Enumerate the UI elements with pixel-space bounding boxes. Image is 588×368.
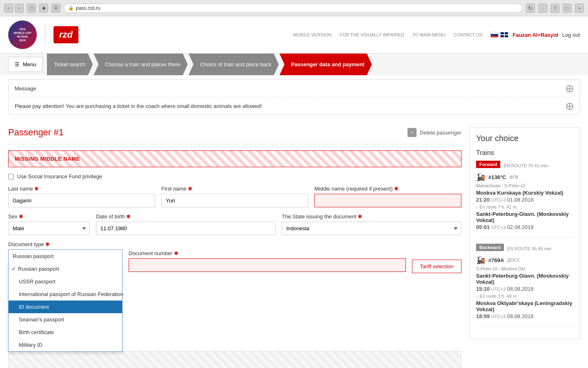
forward-train-class: ФПК xyxy=(510,175,519,180)
doc-type-label: Document type ✱ xyxy=(8,241,50,247)
message-close-2[interactable]: ⨁ xyxy=(566,101,573,110)
insurance-checkbox[interactable] xyxy=(8,174,14,180)
window-button[interactable]: □ xyxy=(563,4,572,13)
main-content: Passenger #1 − Delete passenger MISSING … xyxy=(0,119,588,368)
nav-buttons: ‹ › xyxy=(4,4,24,13)
url-text: pass.rzd.ru xyxy=(76,5,100,11)
message-label-1: Message xyxy=(15,85,36,92)
logo-divider xyxy=(45,25,45,45)
nav-contact[interactable]: CONTACT US xyxy=(454,32,483,37)
nav-visually[interactable]: FOR THE VISUALLY IMPAIRED xyxy=(340,32,404,37)
step-ticket-search[interactable]: Ticket search xyxy=(47,54,93,75)
download-button[interactable]: ↓ xyxy=(538,4,547,13)
header-right: Fauzan Al+Rasyid Log out xyxy=(490,32,580,38)
forward-from-station: Moskva Kurskaya (Kurskiy Vokzal) xyxy=(476,190,573,196)
menu-button[interactable]: ☰ Menu xyxy=(8,57,43,72)
middle-name-input[interactable] xyxy=(314,194,461,207)
message-close-1[interactable]: ⨁ xyxy=(566,84,573,93)
doc-type-required: ✱ xyxy=(45,241,50,247)
first-name-required: ✱ xyxy=(188,186,192,192)
backward-train-class: ДОСС xyxy=(507,258,520,263)
backward-en-route-detail: ↓ En route 3 h. 49 m. xyxy=(476,294,573,298)
trains-title: Trains xyxy=(476,149,573,157)
doc-option-ussr-passport[interactable]: USSR passport xyxy=(9,275,122,288)
backward-arrival: 18:59 UTC+3 08.08.2018 xyxy=(476,313,573,319)
user-name[interactable]: Fauzan Al+Rasyid xyxy=(512,32,558,38)
doc-option-international-passport[interactable]: International passport of Russian Federa… xyxy=(9,288,122,301)
doc-type-group: Document type ✱ Russian passport Russian… xyxy=(8,241,122,273)
sidebar: Your choice Trains Forward EN ROUTE 7h 4… xyxy=(470,127,580,368)
train-card-forward: Forward EN ROUTE 7h 41 min 🚂 #136°C ФПК … xyxy=(476,161,573,238)
step-passenger-data[interactable]: Passenger data and payment xyxy=(280,54,372,75)
doc-option-military-id[interactable]: Military ID xyxy=(9,339,122,351)
forward-arrival: 05:01 UTC+3 02.08.2018 xyxy=(476,224,573,230)
menu-label: Menu xyxy=(23,61,36,67)
back-button[interactable]: ‹ xyxy=(4,4,13,13)
insurance-label: Use Social Insurance Fund privilege xyxy=(17,173,102,180)
reader-button[interactable]: ☰ xyxy=(51,4,60,13)
step-choice-back[interactable]: Choice of train and place back xyxy=(189,54,279,75)
nav-main-menu[interactable]: TO MAIN MENU xyxy=(412,32,445,37)
doc-option-russian-passport[interactable]: Russian passport xyxy=(9,263,122,275)
doc-option-id-document[interactable]: ID document xyxy=(9,301,122,313)
header-nav: MOBILE VERSION FOR THE VISUALLY IMPAIRED… xyxy=(293,32,483,37)
add-tab-button[interactable]: + xyxy=(575,4,584,13)
doc-number-input[interactable] xyxy=(129,258,406,272)
first-name-group: First name ✱ xyxy=(161,186,308,207)
nav-mobile[interactable]: MOBILE VERSION xyxy=(293,32,332,37)
messages-area: Message ⨁ Please pay attention! You are … xyxy=(8,79,580,115)
sex-required: ✱ xyxy=(19,213,23,220)
backward-en-route: EN ROUTE 3h 49 min xyxy=(507,246,551,251)
breadcrumb-nav: ☰ Menu Ticket search Choose a train and … xyxy=(0,54,588,75)
backward-route-label: S-Peter-Gl - Moskva Okt xyxy=(476,266,573,271)
dob-group: Date of birth ✱ xyxy=(96,213,276,235)
address-bar[interactable]: 🔒 pass.rzd.ru xyxy=(64,4,523,13)
doc-type-dropdown[interactable]: Russian passport Russian passport USSR p… xyxy=(8,249,122,263)
doc-option-birth-certificate[interactable]: Birth certificate xyxy=(9,326,122,339)
last-name-input[interactable] xyxy=(8,194,155,207)
doc-number-label: Document number ✱ xyxy=(129,250,406,256)
doc-number-required: ✱ xyxy=(174,250,178,256)
forward-button[interactable]: › xyxy=(15,4,24,13)
reload-button[interactable]: ↻ xyxy=(526,4,535,13)
state-select[interactable]: Indonesia Russia xyxy=(282,222,461,235)
train-icon-forward: 🚂 xyxy=(476,173,485,182)
doc-option-seamans-passport[interactable]: Seaman's passport xyxy=(9,313,122,326)
sex-select[interactable]: Male Female xyxy=(8,222,90,235)
tariff-btn-wrapper: Tariff selection xyxy=(412,260,461,273)
delete-label: Delete passenger xyxy=(420,130,461,136)
backward-departure: 15:10 UTC+3 08.08.2018 xyxy=(476,286,573,292)
doc-type-value: Russian passport xyxy=(13,253,53,259)
your-choice-title: Your choice xyxy=(476,134,573,143)
message-row-1: Message ⨁ xyxy=(9,80,579,97)
forward-en-route-detail: ↓ En route 7 h. 41 m. xyxy=(476,204,573,209)
dob-input[interactable] xyxy=(96,222,276,235)
first-name-input[interactable] xyxy=(161,194,308,207)
passenger-title: Passenger #1 xyxy=(8,127,64,138)
doc-type-list: Russian passport USSR passport Internati… xyxy=(8,263,122,352)
forward-departure: 21:20 UTC+3 01.08.2018 xyxy=(476,197,573,203)
site-header: FIFAWORLD CUPRUSSIA2018 rzd MOBILE VERSI… xyxy=(0,16,588,54)
tariff-selection-button[interactable]: Tariff selection xyxy=(412,260,461,273)
sex-dob-state-row: Sex ✱ Male Female Date of birth ✱ xyxy=(8,213,461,235)
delete-passenger-button[interactable]: − Delete passenger xyxy=(408,128,461,137)
flag-ru[interactable] xyxy=(490,32,499,38)
backward-from-station: Sankt-Peterburg-Glavn. (Moskovskiy Vokza… xyxy=(476,273,573,285)
flag-uk[interactable] xyxy=(500,32,508,38)
lock-icon: 🔒 xyxy=(68,5,74,11)
coach-info-area xyxy=(8,351,461,368)
last-name-group: Last name ✱ xyxy=(8,186,155,207)
middle-name-group: Middle name (required if present) ✱ xyxy=(314,186,461,207)
share-button[interactable]: ⇪ xyxy=(550,4,559,13)
step-choose-train[interactable]: Choose a train and places there xyxy=(94,54,187,75)
logo-area: FIFAWORLD CUPRUSSIA2018 rzd xyxy=(8,20,78,49)
message-row-2: Please pay attention! You are purchasing… xyxy=(9,97,579,114)
insurance-checkbox-row: Use Social Insurance Fund privilege xyxy=(8,173,461,180)
bookmarks-button[interactable]: ◆ xyxy=(39,4,48,13)
logout-button[interactable]: Log out xyxy=(562,32,580,38)
backward-to-station: Moskva Oktyabr'skaya (Leningradskiy Vokz… xyxy=(476,300,573,312)
backward-train-number: #769A xyxy=(488,257,504,263)
forward-train-info: 🚂 #136°C ФПК xyxy=(476,173,573,182)
doc-type-selected[interactable]: Russian passport xyxy=(8,249,122,263)
sidebar-toggle[interactable]: ▢ xyxy=(27,4,36,13)
